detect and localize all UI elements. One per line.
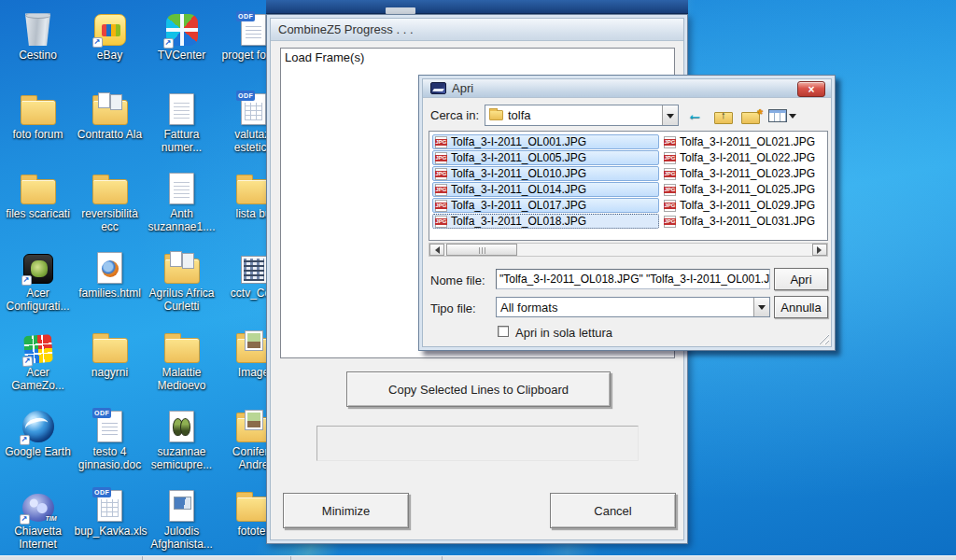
file-type-dropdown-button[interactable]: [753, 298, 769, 316]
file-item[interactable]: Tolfa_3-I-2011_OL010.JPG: [432, 166, 659, 181]
file-item[interactable]: Tolfa_3-I-2011_OL018.JPG: [432, 214, 659, 229]
desktop-icon-image-box: [21, 88, 56, 125]
desktop-icon-label: Julodis Afghanista...: [147, 525, 218, 551]
desktop-icon[interactable]: nagyrni: [74, 321, 146, 400]
file-list[interactable]: Tolfa_3-I-2011_OL001.JPG Tolfa_3-I-2011_…: [429, 131, 828, 241]
desktop-icon-label: Chiavetta Internet: [3, 525, 74, 551]
desktop-icon-image: [21, 179, 56, 204]
back-arrow-icon[interactable]: [687, 108, 706, 123]
desktop-icon[interactable]: Anth suzannae1....: [146, 162, 218, 242]
file-item[interactable]: Tolfa_3-I-2011_OL022.JPG: [661, 150, 827, 165]
cancel-button[interactable]: Cancel: [550, 493, 676, 528]
desktop-icon-image: [94, 14, 126, 46]
desktop-icon-image-box: [21, 167, 56, 204]
desktop-icon-label: nagyrni: [91, 366, 128, 379]
desktop-icon[interactable]: Agrilus Africa Curletti: [146, 242, 218, 321]
desktop-icon[interactable]: Malattie Medioevo: [146, 321, 218, 400]
desktop-icon[interactable]: suzannae semicupre...: [146, 400, 218, 480]
look-in-combobox[interactable]: tolfa: [485, 105, 679, 126]
open-file-dialog: Apri × Cerca in: tolfa To: [418, 75, 836, 351]
file-item[interactable]: Tolfa_3-I-2011_OL025.JPG: [661, 182, 827, 197]
desktop-icon[interactable]: Acer GameZo...: [2, 321, 74, 400]
desktop-icon-image-box: [97, 405, 122, 442]
file-item[interactable]: Tolfa_3-I-2011_OL001.JPG: [432, 134, 659, 149]
desktop-icon-image-box: [241, 88, 266, 125]
open-dialog-icon: [430, 82, 446, 94]
desktop-icon-label: fototer: [237, 525, 269, 538]
desktop-icon-label: Cestino: [19, 49, 57, 62]
file-name-label: Nome file:: [430, 273, 485, 287]
jpg-file-icon: [435, 152, 447, 164]
desktop-icon[interactable]: Google Earth: [2, 400, 74, 480]
desktop-icon[interactable]: eBay: [74, 4, 146, 83]
file-name-input[interactable]: "Tolfa_3-I-2011_OL018.JPG" "Tolfa_3-I-20…: [496, 269, 770, 289]
desktop-icon-label: Google Earth: [5, 445, 71, 458]
look-in-value: tolfa: [508, 108, 531, 122]
background-window-titlebar[interactable]: [266, 0, 688, 14]
new-folder-icon[interactable]: [741, 112, 760, 124]
desktop-icon-label: Acer GameZo...: [3, 366, 74, 392]
desktop-icon-image: [169, 93, 194, 125]
jpg-file-icon: [664, 136, 676, 148]
desktop-icon[interactable]: Chiavetta Internet: [2, 480, 74, 559]
triangle-right-icon: [817, 246, 825, 254]
file-name: Tolfa_3-I-2011_OL017.JPG: [451, 199, 586, 212]
desktop-icon[interactable]: foto forum: [2, 83, 74, 162]
file-type-combobox[interactable]: All formats: [496, 297, 770, 317]
desktop-icon-image: [164, 259, 200, 284]
desktop-icon[interactable]: bup_Kavka.xls: [74, 480, 146, 559]
jpg-file-icon: [435, 184, 447, 196]
desktop-icon-image-box: [22, 405, 54, 442]
copy-selected-lines-button[interactable]: Copy Selected Lines to Clipboard: [346, 371, 611, 407]
desktop-icon-grid: Cestino eBay TVCenter proget forma: [2, 4, 289, 559]
file-item[interactable]: Tolfa_3-I-2011_OL031.JPG: [661, 214, 827, 229]
open-dialog-titlebar[interactable]: Apri ×: [423, 79, 831, 98]
file-item[interactable]: Tolfa_3-I-2011_OL017.JPG: [432, 198, 659, 213]
scrollbar-thumb[interactable]: [446, 244, 517, 256]
desktop-icon[interactable]: reversibilità ecc: [74, 162, 146, 242]
progress-window-titlebar[interactable]: CombineZ5 Progress . . .: [271, 19, 683, 41]
jpg-file-icon: [664, 184, 676, 196]
dialog-cancel-button[interactable]: Annulla: [774, 296, 828, 318]
desktop-icon-image: [241, 93, 266, 125]
horizontal-scrollbar[interactable]: [429, 243, 828, 257]
close-button[interactable]: ×: [797, 81, 825, 97]
desktop-icon[interactable]: files scaricati: [2, 162, 74, 242]
desktop-icon-image: [164, 338, 200, 363]
desktop-icon[interactable]: TVCenter: [146, 4, 218, 83]
desktop-icon[interactable]: Contratto Ala: [74, 83, 146, 162]
scroll-left-button[interactable]: [429, 244, 444, 256]
minimize-button[interactable]: Minimize: [283, 493, 409, 528]
desktop-icon-label: Fattura numer...: [147, 128, 218, 154]
look-in-dropdown-button[interactable]: [662, 105, 678, 125]
desktop-icon-image-box: [241, 246, 267, 284]
desktop-icon[interactable]: Fattura numer...: [146, 83, 218, 162]
desktop-icon[interactable]: testo 4 ginnasio.doc: [74, 400, 146, 480]
desktop-icon[interactable]: families.html: [74, 242, 146, 321]
taskbar-edge[interactable]: [0, 555, 956, 560]
desktop-icon-image: [22, 334, 52, 364]
desktop-icon-label: Acer Configurati...: [3, 287, 74, 313]
readonly-checkbox[interactable]: [498, 326, 509, 337]
file-item[interactable]: Tolfa_3-I-2011_OL014.JPG: [432, 182, 659, 197]
desktop-icon[interactable]: Acer Configurati...: [2, 242, 74, 321]
resize-grip[interactable]: [817, 332, 829, 344]
scroll-right-button[interactable]: [812, 244, 827, 256]
shortcut-arrow-icon: [20, 435, 30, 445]
jpg-file-icon: [664, 152, 676, 164]
background-window-control[interactable]: [386, 7, 415, 14]
triangle-left-icon: [431, 246, 440, 254]
file-item[interactable]: Tolfa_3-I-2011_OL021.JPG: [661, 134, 827, 149]
up-one-level-icon[interactable]: [714, 112, 733, 124]
desktop-icon[interactable]: Cestino: [2, 4, 74, 83]
desktop-icon[interactable]: Julodis Afghanista...: [146, 480, 218, 559]
desktop-icon-image-box: [92, 88, 128, 125]
file-item[interactable]: Tolfa_3-I-2011_OL005.JPG: [432, 150, 659, 165]
desktop-icon-image-box: [92, 167, 128, 204]
file-item[interactable]: Tolfa_3-I-2011_OL023.JPG: [661, 166, 827, 181]
desktop-icon-image: [169, 490, 194, 522]
file-item[interactable]: Tolfa_3-I-2011_OL029.JPG: [661, 198, 827, 213]
desktop-icon-image-box: [24, 8, 52, 46]
open-button[interactable]: Apri: [774, 268, 828, 290]
view-menu-button[interactable]: [768, 109, 796, 122]
